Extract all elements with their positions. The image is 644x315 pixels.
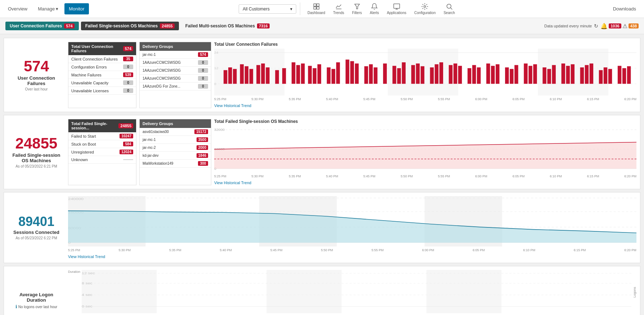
failed-multi-badge[interactable]: Failed Multi-session OS Machines 7316 <box>181 22 274 30</box>
view-trend-link[interactable]: View Historical Trend <box>214 103 251 108</box>
view-trend-link[interactable]: View Historical Trend <box>214 181 251 185</box>
svg-rect-6 <box>393 4 400 9</box>
sessions-view-trend-link[interactable]: View Historical Trend <box>68 254 105 259</box>
failed-single-chart-area: Total Failed Single-session OS Machines … <box>214 119 636 185</box>
svg-rect-31 <box>282 68 286 84</box>
svg-rect-30 <box>275 70 279 84</box>
dashboard-btn[interactable]: Dashboard <box>304 1 329 16</box>
breakdown-row[interactable]: Unknown <box>68 156 136 164</box>
configuration-btn[interactable]: Configuration <box>411 1 439 16</box>
breakdown-row[interactable]: Unavailable Licenses 0 <box>68 87 136 95</box>
failed-single-panel: 24855 Failed Single-session OS Machines … <box>4 115 640 189</box>
alerts-btn[interactable]: Alerts <box>366 1 383 16</box>
alert-icon[interactable]: ⚠ <box>622 23 627 30</box>
svg-rect-60 <box>468 68 471 84</box>
failed-single-breakdown: Total Failed Single-session... 24855 Fai… <box>68 119 136 185</box>
svg-rect-25 <box>245 66 248 84</box>
x-labels: 5:25 PM 5:30 PM 5:35 PM 5:40 PM 5:45 PM … <box>214 97 636 102</box>
breakdown-row[interactable]: Unregistered 12024 <box>68 148 136 156</box>
breakdown-row[interactable]: Unavailable Capacity 0 <box>68 79 136 87</box>
search-btn[interactable]: Search <box>440 1 459 16</box>
failed-single-badge[interactable]: Failed Single-session OS Machines 24855 <box>81 22 179 30</box>
nav-monitor[interactable]: Monitor <box>64 3 89 14</box>
svg-rect-44 <box>364 66 368 84</box>
svg-rect-22 <box>228 67 232 84</box>
failed-multi-count: 7316 <box>257 23 269 28</box>
notif-count: 1036 <box>609 23 621 28</box>
sessions-number: 89401 <box>18 215 54 228</box>
trends-btn[interactable]: Trends <box>329 1 348 16</box>
svg-point-10 <box>447 4 451 8</box>
svg-rect-76 <box>566 66 570 84</box>
svg-rect-62 <box>477 67 481 84</box>
svg-rect-49 <box>397 68 401 84</box>
svg-rect-41 <box>346 59 349 84</box>
svg-rect-3 <box>317 7 319 9</box>
svg-rect-56 <box>440 62 443 84</box>
user-connection-stat: 574 User Connection Failures Over last h… <box>8 42 65 108</box>
failed-single-chart: 32000 16000 0 <box>214 126 636 173</box>
applications-btn[interactable]: Applications <box>383 1 410 16</box>
svg-rect-34 <box>301 63 305 84</box>
downloads-btn[interactable]: Downloads <box>609 3 640 14</box>
delivery-row[interactable]: 1AAzureCCMCSWSDG 0 <box>140 67 211 75</box>
nav-manage[interactable]: Manage ▾ <box>33 3 63 14</box>
breakdown-row[interactable]: Stuck on Boot 584 <box>68 140 136 148</box>
svg-rect-39 <box>332 69 335 84</box>
svg-rect-50 <box>402 62 405 84</box>
breakdown-row[interactable]: Client Connection Failures 35 <box>68 55 136 63</box>
delivery-row[interactable]: jar-mc-1 3500 <box>140 136 211 144</box>
failed-single-stat: 24855 Failed Single-session OS Machines … <box>8 119 65 185</box>
customer-select[interactable]: All Customers ▾ <box>239 4 296 14</box>
svg-rect-114 <box>82 270 157 313</box>
svg-rect-69 <box>524 63 527 84</box>
breakdown-header: Total Failed Single-session... 24855 <box>68 119 136 132</box>
header-icons: Dashboard Trends Filters Alerts Applicat… <box>304 1 459 16</box>
sessions-label: Sessions Connected <box>13 230 59 235</box>
refresh-icon[interactable]: ↻ <box>594 23 598 29</box>
sessions-chart-area: 240000 160000 80000 0 5:25 PM 5:30 PM 5:… <box>68 196 636 259</box>
update-text-area: Data updated every minute ↻ 🔔 1036 ⚠ 438 <box>544 23 639 30</box>
delivery-row[interactable]: jar-mc-2 2000 <box>140 144 211 152</box>
svg-rect-77 <box>571 64 575 84</box>
breakdown-row[interactable]: Failed to Start 10247 <box>68 132 136 140</box>
alert-bar: User Connection Failures 574 Failed Sing… <box>0 18 644 34</box>
delivery-row[interactable]: 1AAzureCCMCSWSDG 0 <box>140 59 211 67</box>
delivery-row[interactable]: 1AAzureCCMCSWSDG 0 <box>140 75 211 83</box>
user-connection-number: 574 <box>24 59 49 74</box>
breakdown-row[interactable]: Machine Failures 539 <box>68 71 136 79</box>
svg-rect-21 <box>224 70 227 84</box>
svg-rect-72 <box>542 67 546 84</box>
search-icon <box>446 3 453 10</box>
user-connection-chart-area: Total User Connection Failures 24 12 0 <box>214 42 636 108</box>
user-connection-badge[interactable]: User Connection Failures 574 <box>5 22 79 30</box>
svg-rect-32 <box>292 62 295 84</box>
logon-panel: Average Logon Duration ℹ No logons over … <box>4 266 640 315</box>
delivery-row[interactable]: kd-jar-dev 1846 <box>140 152 211 160</box>
user-connection-delivery: Delivery Groups jar-mc-1 574 1AAzureCCMC… <box>139 42 211 108</box>
delivery-row[interactable]: MiaWorkstation149 300 <box>140 160 211 168</box>
svg-rect-38 <box>327 67 330 84</box>
svg-rect-43 <box>355 63 359 84</box>
failed-single-number: 24855 <box>15 136 58 151</box>
filters-btn[interactable]: Filters <box>348 1 365 16</box>
delivery-row[interactable]: 1AAzureDG For Zone... 0 <box>140 83 211 90</box>
alert-count: 438 <box>629 23 639 28</box>
bell-area: 🔔 1036 ⚠ 438 <box>600 23 639 30</box>
bell-icon[interactable]: 🔔 <box>600 23 608 30</box>
delivery-header: Delivery Groups <box>140 119 211 128</box>
info-icon: ℹ <box>15 304 17 309</box>
delivery-row[interactable]: asvdi1staciws00 15172 <box>140 128 211 136</box>
delivery-row[interactable]: jar-mc-1 574 <box>140 51 211 59</box>
nav-overview[interactable]: Overview <box>4 3 32 14</box>
svg-rect-47 <box>383 63 387 84</box>
svg-rect-63 <box>486 63 490 84</box>
breakdown-row[interactable]: Configuration Errors 0 <box>68 63 136 71</box>
svg-rect-0 <box>314 4 316 6</box>
svg-rect-46 <box>374 67 377 84</box>
header: Overview Manage ▾ Monitor All Customers … <box>0 0 644 18</box>
alerts-icon <box>371 3 378 10</box>
failed-single-label: Failed Single-session OS Machines <box>11 152 62 163</box>
svg-rect-116 <box>427 270 501 313</box>
chart-title: Total Failed Single-session OS Machines <box>214 119 636 124</box>
